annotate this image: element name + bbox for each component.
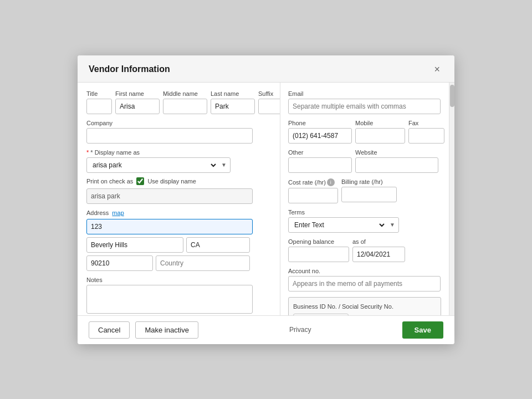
street-input[interactable] [86,219,253,234]
city-input[interactable] [86,237,183,253]
zip-input[interactable] [86,255,153,271]
map-link[interactable]: map [112,209,124,216]
modal-title: Vendor Information [89,64,170,74]
cost-rate-input[interactable] [288,188,338,203]
display-name-group: * Display name as arisa park ▼ [86,149,271,173]
print-name-input[interactable] [86,188,253,204]
fax-input[interactable] [408,128,444,144]
print-check-label: Print on check as [86,178,133,185]
terms-select-wrap[interactable]: Enter Text ▼ [288,217,399,233]
company-input[interactable] [86,128,253,144]
notes-label: Notes [86,277,271,283]
middle-name-input[interactable] [163,99,207,114]
display-name-select-wrap[interactable]: arisa park ▼ [86,157,231,173]
notes-textarea[interactable] [86,285,253,314]
zip-country-row [86,255,271,271]
display-name-select[interactable]: arisa park [87,158,218,172]
rate-row: Cost rate (/hr) i Billing rate (/hr) [288,178,441,203]
email-label: Email [288,90,441,97]
street-group [86,219,271,234]
phone-input[interactable] [288,128,352,144]
select-arrow-icon: ▼ [218,162,230,168]
cost-rate-label: Cost rate (/hr) [288,179,326,186]
right-panel: Email Phone Mobile Fax [280,83,449,315]
billing-rate-input[interactable] [341,187,397,202]
city-state-row [86,237,271,253]
fax-group: Fax [408,120,444,144]
company-label: Company [86,120,271,126]
name-fields-row: Title First name Middle name Last name [86,90,271,114]
other-website-row: Other Website [288,149,441,173]
use-display-name-label: Use display name [147,178,196,185]
print-name-display [86,188,271,204]
as-of-group: as of [352,238,405,262]
print-check-row: Print on check as Use display name [86,177,271,185]
billing-rate-label: Billing rate (/hr) [341,178,397,185]
privacy-link[interactable]: Privacy [289,326,311,334]
modal-footer: Cancel Make inactive Privacy Save [78,315,454,344]
phone-group: Phone [288,120,352,144]
make-inactive-button[interactable]: Make inactive [135,321,198,339]
address-label: Address [86,209,109,216]
title-label: Title [86,90,112,97]
suffix-group: Suffix [258,90,280,114]
last-name-input[interactable] [211,99,255,114]
title-input[interactable] [86,99,112,114]
website-group: Website [355,149,438,173]
first-name-group: First name [115,90,160,114]
business-id-box: Business ID No. / Social Security No. [288,297,441,315]
footer-left-buttons: Cancel Make inactive [89,321,198,339]
save-button[interactable]: Save [402,321,443,339]
business-id-input[interactable] [293,314,349,315]
opening-balance-group: Opening balance [288,238,349,262]
cancel-button[interactable]: Cancel [89,321,130,339]
other-input[interactable] [288,157,352,173]
email-input[interactable] [288,99,441,114]
billing-rate-group: Billing rate (/hr) [341,178,397,203]
cost-rate-group: Cost rate (/hr) i [288,178,338,203]
account-no-label: Account no. [288,268,441,274]
vendor-info-modal: Vendor Information × Title First name [78,55,454,344]
opening-balance-input[interactable] [288,247,349,262]
modal-header: Vendor Information × [78,55,454,83]
email-group: Email [288,90,441,114]
close-button[interactable]: × [431,63,443,75]
state-input[interactable] [186,237,250,253]
notes-group: Notes [86,277,271,314]
last-name-label: Last name [211,90,255,97]
account-no-input[interactable] [288,276,441,291]
v-scroll-thumb [450,85,454,107]
suffix-input[interactable] [258,99,280,114]
phone-mobile-fax-row: Phone Mobile Fax [288,120,441,144]
use-display-name-checkbox[interactable] [136,177,144,185]
country-input[interactable] [156,255,250,271]
title-group: Title [86,90,112,114]
mobile-label: Mobile [355,120,405,126]
first-name-label: First name [115,90,160,97]
website-input[interactable] [355,157,438,173]
last-name-group: Last name [211,90,255,114]
terms-label: Terms [288,209,441,216]
account-no-group: Account no. [288,268,441,291]
middle-name-label: Middle name [163,90,207,97]
as-of-input[interactable] [352,247,405,262]
cost-rate-info-icon[interactable]: i [327,178,335,186]
suffix-label: Suffix [258,90,280,97]
company-group: Company [86,120,271,144]
overlay: Vendor Information × Title First name [0,0,532,399]
address-label-row: Address map [86,209,271,216]
other-group: Other [288,149,352,173]
other-label: Other [288,149,352,156]
terms-select[interactable]: Enter Text [289,218,386,232]
v-scrollbar[interactable] [449,83,454,315]
terms-group: Terms Enter Text ▼ [288,209,441,233]
as-of-label: as of [352,238,405,245]
mobile-group: Mobile [355,120,405,144]
opening-balance-label: Opening balance [288,238,349,245]
terms-select-arrow-icon: ▼ [386,222,398,228]
mobile-input[interactable] [355,128,405,144]
website-label: Website [355,149,438,156]
display-name-label: * Display name as [86,149,271,156]
business-id-label: Business ID No. / Social Security No. [293,303,393,310]
first-name-input[interactable] [115,99,160,114]
